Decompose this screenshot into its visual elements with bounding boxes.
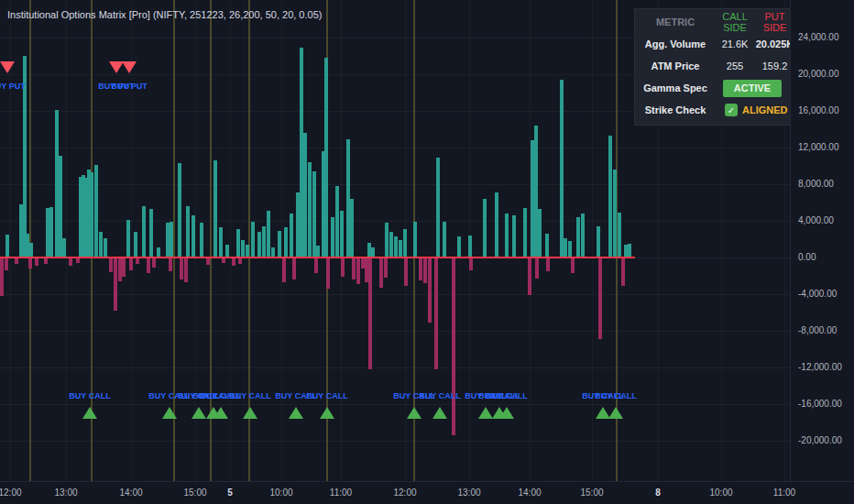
- volume-bar: [290, 214, 293, 257]
- volume-bar: [94, 165, 98, 257]
- buy-put-triangle-icon: [122, 61, 137, 73]
- volume-bar: [483, 199, 487, 257]
- buy-call-triangle-icon: [499, 407, 514, 419]
- gamma-spec-row: Gamma Spec ACTIVE: [635, 77, 790, 99]
- metrics-header-row: METRIC CALL SIDE PUT SIDE: [635, 11, 790, 33]
- volume-bar: [35, 257, 38, 266]
- price-tick-label: 20,000.00: [798, 69, 839, 79]
- volume-bar: [282, 257, 286, 282]
- price-tick-label: 0.00: [798, 252, 816, 262]
- atm-price-call-value: 255: [716, 60, 754, 71]
- time-axis[interactable]: 12:0013:0014:0015:00510:0011:0012:0013:0…: [0, 481, 854, 504]
- volume-bar: [200, 223, 203, 257]
- volume-bar: [149, 209, 153, 257]
- atm-price-row: ATM Price 255 159.2: [635, 55, 790, 77]
- time-tick-label: 10:00: [709, 488, 732, 498]
- volume-bar: [292, 257, 296, 279]
- metric-column-header: METRIC: [635, 16, 716, 27]
- buy-call-label: BUY CALL: [486, 391, 527, 400]
- volume-bar: [436, 158, 440, 257]
- volume-bar: [5, 235, 9, 257]
- volume-bar: [184, 257, 188, 282]
- volume-bar: [308, 162, 312, 257]
- grid-line-h: [0, 441, 790, 442]
- buy-put-triangle-icon: [0, 61, 15, 73]
- time-tick-label: 14:00: [518, 488, 541, 498]
- volume-bar: [505, 214, 509, 257]
- price-axis[interactable]: 24,000.0020,000.0016,000.0012,000.008,00…: [790, 0, 854, 481]
- strike-check-label: Strike Check: [635, 104, 716, 115]
- buy-call-label: BUY CALL: [69, 391, 110, 400]
- volume-bar: [303, 133, 307, 257]
- volume-bar: [232, 257, 235, 266]
- volume-bar: [468, 236, 472, 257]
- volume-bar: [628, 244, 631, 257]
- volume-bar: [621, 257, 625, 286]
- volume-bar: [49, 207, 53, 257]
- volume-bar: [267, 211, 270, 257]
- buy-put-label: BUY PUT: [111, 82, 147, 91]
- checkmark-icon: ✓: [725, 104, 738, 116]
- volume-bar: [568, 241, 572, 257]
- volume-bar: [206, 257, 210, 265]
- put-side-column-header: PUT SIDE: [754, 11, 790, 33]
- volume-bar: [241, 240, 245, 257]
- agg-volume-call-value: 21.6K: [716, 38, 754, 49]
- volume-bar: [340, 211, 344, 257]
- buy-call-triangle-icon: [320, 407, 334, 419]
- price-tick-label: -16,000.00: [798, 399, 842, 409]
- volume-bar: [581, 214, 585, 257]
- volume-bar: [170, 222, 173, 257]
- volume-bar: [312, 171, 316, 257]
- volume-bar: [546, 257, 550, 271]
- buy-call-triangle-icon: [407, 407, 422, 419]
- grid-line-h: [0, 184, 790, 185]
- volume-bar: [384, 257, 388, 278]
- volume-bar: [389, 232, 393, 257]
- price-tick-label: 12,000.00: [798, 142, 839, 152]
- volume-bar: [192, 215, 195, 257]
- volume-bar: [608, 136, 612, 257]
- time-tick-label: 13:00: [54, 488, 77, 498]
- indicator-title: Institutional Options Matrix [Pro] (NIFT…: [7, 9, 322, 20]
- volume-bar: [523, 208, 527, 257]
- buy-put-label: BUY PUT: [0, 82, 26, 91]
- price-tick-label: -12,000.00: [798, 362, 842, 372]
- atm-price-label: ATM Price: [635, 60, 716, 71]
- volume-bar: [257, 232, 261, 257]
- volume-bar: [314, 257, 318, 273]
- volume-bar: [434, 257, 438, 369]
- volume-bar: [262, 226, 266, 257]
- volume-bar: [457, 236, 461, 257]
- volume-bar: [324, 58, 328, 257]
- chart-plot-area[interactable]: BUY CALLBUY CALLBUY CALLBUY CALLBUY CALL…: [0, 0, 790, 481]
- grid-line-h: [0, 367, 790, 368]
- volume-bar: [104, 238, 107, 257]
- price-tick-label: 8,000.00: [798, 179, 834, 189]
- volume-bar: [564, 238, 567, 257]
- buy-call-triangle-icon: [192, 407, 206, 419]
- volume-bar: [350, 199, 354, 257]
- grid-line-v: [230, 0, 231, 481]
- agg-volume-put-value: 20.025K: [754, 38, 790, 49]
- volume-bar: [5, 257, 8, 270]
- volume-bar: [404, 257, 408, 286]
- volume-bar: [512, 215, 516, 257]
- volume-bar: [44, 257, 48, 264]
- gamma-spec-label: Gamma Spec: [635, 82, 716, 93]
- time-tick-label: 8: [655, 488, 661, 498]
- buy-call-triangle-icon: [432, 407, 447, 419]
- buy-call-triangle-icon: [289, 407, 303, 419]
- volume-bar: [214, 160, 217, 257]
- volume-bar: [114, 257, 117, 311]
- price-tick-label: -4,000.00: [798, 289, 837, 299]
- grid-line-h: [0, 148, 790, 148]
- buy-call-triangle-icon: [214, 407, 228, 419]
- grid-line-h: [0, 331, 790, 332]
- volume-bar: [385, 223, 389, 257]
- volume-bar: [538, 209, 542, 257]
- volume-bar: [419, 257, 422, 280]
- volume-bar: [236, 229, 240, 257]
- time-tick-label: 15:00: [580, 488, 603, 498]
- buy-call-label: BUY CALL: [229, 391, 270, 400]
